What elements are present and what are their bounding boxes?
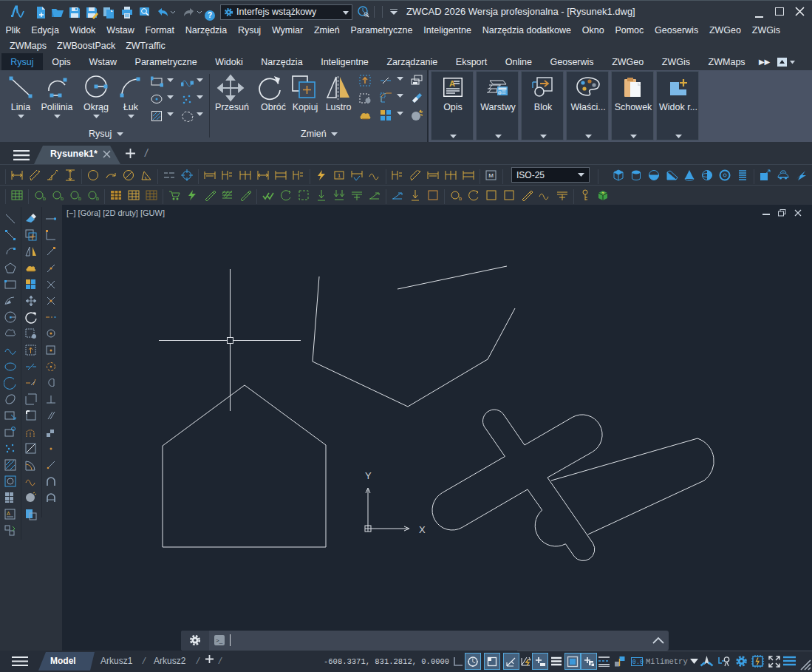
svg-text:>_: >_: [216, 637, 223, 644]
svg-text:1: 1: [338, 172, 341, 179]
svg-text:0.0: 0.0: [632, 659, 644, 666]
svg-text:M: M: [488, 172, 494, 179]
svg-text:b: b: [78, 196, 81, 201]
svg-text:Y: Y: [365, 470, 372, 481]
svg-text:A: A: [7, 511, 10, 516]
svg-text:b: b: [459, 196, 462, 201]
svg-text:b: b: [61, 196, 64, 201]
svg-text:X: X: [419, 524, 426, 535]
svg-text:b: b: [43, 196, 46, 201]
svg-text:b: b: [96, 196, 99, 201]
